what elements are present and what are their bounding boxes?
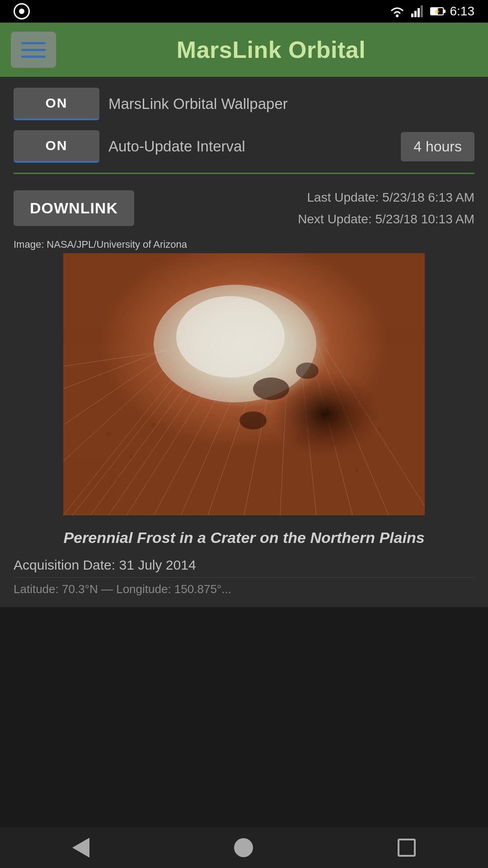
content-area: ON MarsLink Orbital Wallpaper ON Auto-Up… xyxy=(0,77,488,607)
svg-point-31 xyxy=(106,431,111,437)
svg-point-30 xyxy=(239,411,267,429)
svg-point-35 xyxy=(355,468,359,472)
home-button[interactable] xyxy=(234,838,253,857)
last-update: Last Update: 5/23/18 6:13 AM xyxy=(148,187,474,208)
signal-icon xyxy=(411,5,424,17)
acquisition-date: Acquisition Date: 31 July 2014 xyxy=(14,557,474,573)
action-row: DOWNLINK Last Update: 5/23/18 6:13 AM Ne… xyxy=(14,187,474,230)
downlink-button[interactable]: DOWNLINK xyxy=(14,190,134,226)
back-button[interactable] xyxy=(72,838,89,858)
image-title: Perennial Frost in a Crater on the North… xyxy=(14,529,474,547)
svg-point-29 xyxy=(296,363,319,379)
mars-image xyxy=(14,253,474,515)
autoupdate-label: Auto-Update Interval xyxy=(108,138,392,155)
svg-point-27 xyxy=(176,296,285,377)
hamburger-line-1 xyxy=(21,42,46,44)
status-time: 6:13 xyxy=(450,4,475,19)
home-icon xyxy=(234,838,253,857)
recent-icon xyxy=(398,839,416,857)
wallpaper-toggle-row: ON MarsLink Orbital Wallpaper xyxy=(14,88,474,120)
svg-rect-3 xyxy=(418,8,420,17)
autoupdate-toggle-button[interactable]: ON xyxy=(14,130,99,163)
back-icon xyxy=(72,838,89,858)
bottom-nav xyxy=(0,827,488,868)
svg-rect-4 xyxy=(421,5,423,17)
svg-point-37 xyxy=(116,478,119,481)
autoupdate-toggle-row: ON Auto-Update Interval 4 hours xyxy=(14,130,474,163)
image-credit: Image: NASA/JPL/University of Arizona xyxy=(14,239,474,250)
svg-rect-1 xyxy=(411,14,413,17)
recent-button[interactable] xyxy=(398,839,416,857)
svg-point-34 xyxy=(332,440,337,446)
interval-badge[interactable]: 4 hours xyxy=(401,132,474,161)
svg-point-33 xyxy=(151,423,156,427)
status-icon xyxy=(14,3,30,19)
svg-point-38 xyxy=(369,410,372,413)
section-divider xyxy=(14,173,474,174)
svg-point-36 xyxy=(377,427,382,432)
battery-icon: ⚡ xyxy=(430,7,444,15)
menu-button[interactable] xyxy=(11,32,56,68)
svg-point-32 xyxy=(129,455,133,458)
svg-point-0 xyxy=(396,14,399,17)
wifi-icon xyxy=(389,5,405,17)
status-bar: ⚡ 6:13 xyxy=(0,0,488,23)
svg-point-28 xyxy=(253,377,289,400)
hamburger-line-3 xyxy=(21,56,46,58)
wallpaper-label: MarsLink Orbital Wallpaper xyxy=(108,95,474,113)
app-bar: MarsLink Orbital xyxy=(0,23,488,77)
partial-info-text: Latitude: 70.3°N — Longitude: 150.875°..… xyxy=(14,577,474,596)
svg-rect-2 xyxy=(414,11,417,17)
hamburger-line-2 xyxy=(21,49,46,51)
next-update: Next Update: 5/23/18 10:13 AM xyxy=(148,208,474,230)
update-info: Last Update: 5/23/18 6:13 AM Next Update… xyxy=(148,187,474,230)
wallpaper-toggle-button[interactable]: ON xyxy=(14,88,99,120)
app-title: MarsLink Orbital xyxy=(65,36,477,63)
mars-image-container xyxy=(14,253,474,515)
